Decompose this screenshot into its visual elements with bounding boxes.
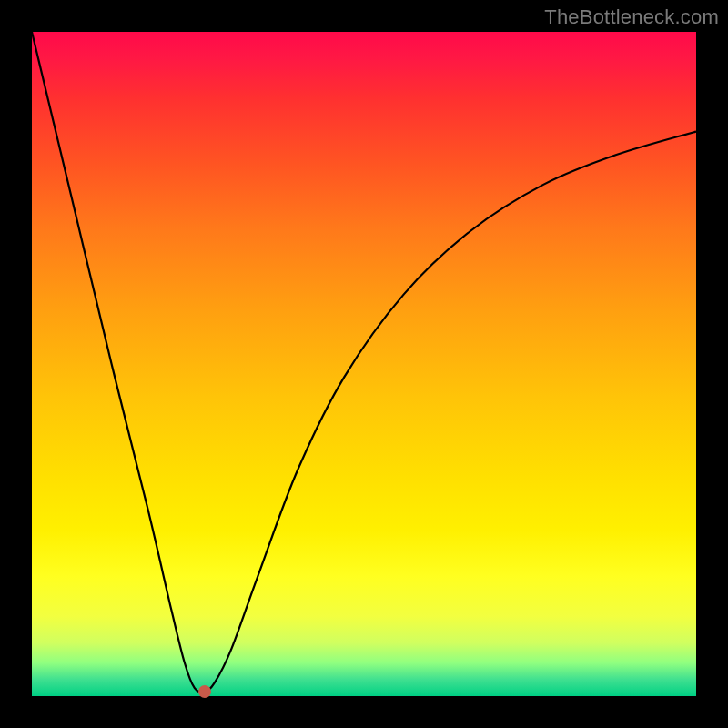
chart-container: TheBottleneck.com xyxy=(0,0,728,728)
minimum-point-marker xyxy=(198,685,211,698)
plot-area xyxy=(32,32,696,696)
watermark-text: TheBottleneck.com xyxy=(544,5,719,29)
bottleneck-curve xyxy=(32,32,696,696)
